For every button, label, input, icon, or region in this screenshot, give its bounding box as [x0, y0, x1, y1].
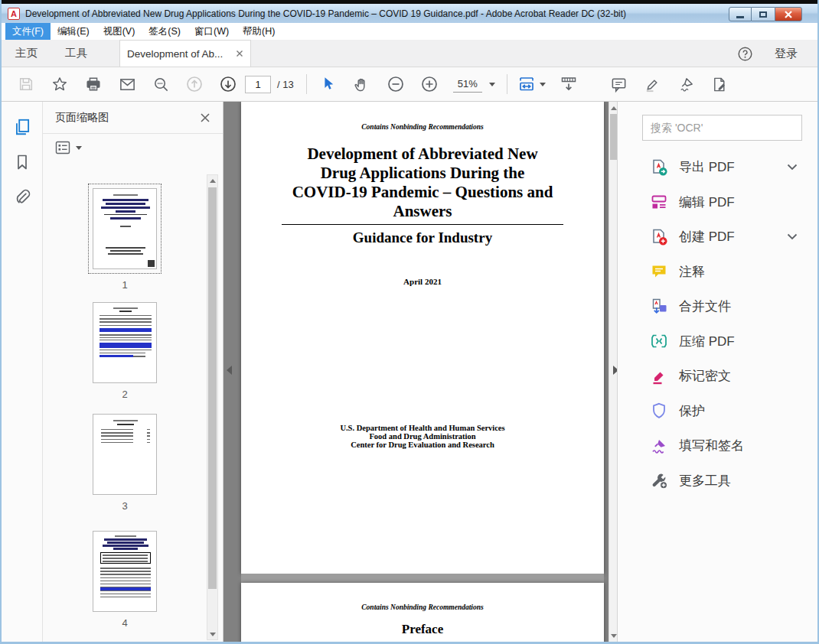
email-button[interactable]	[110, 71, 144, 97]
tool-redact[interactable]: 标记密文	[618, 359, 817, 394]
tool-combine-files[interactable]: 合并文件	[618, 289, 817, 324]
menu-edit[interactable]: 编辑(E)	[51, 23, 96, 40]
search-button[interactable]	[144, 71, 178, 97]
tab-close-icon[interactable]	[236, 50, 243, 57]
tool-more-tools[interactable]: 更多工具	[618, 463, 817, 499]
zoom-out-button[interactable]	[379, 71, 413, 97]
tool-export-pdf[interactable]: 导出 PDF	[618, 150, 817, 185]
thumbnail-preview-4[interactable]	[93, 531, 157, 612]
chevron-down-icon[interactable]	[787, 164, 798, 171]
menu-bar: 文件(F) 编辑(E) 视图(V) 签名(S) 窗口(W) 帮助(H)	[2, 23, 817, 40]
chevron-down-icon	[76, 146, 82, 150]
menu-sign[interactable]: 签名(S)	[142, 23, 188, 40]
thumbnails-options-button[interactable]	[43, 134, 223, 161]
tab-bar: 主页 工具 Development of Ab... 登录	[2, 40, 817, 67]
fill-sign-toolbar-button[interactable]	[670, 71, 703, 97]
zoom-in-button[interactable]	[413, 71, 446, 97]
scroll-down-arrow[interactable]	[207, 629, 217, 639]
thumbnails-panel-title: 页面缩略图	[55, 111, 200, 125]
tool-edit-pdf[interactable]: 编辑 PDF	[618, 185, 817, 220]
thumbnail-item-2[interactable]: 2	[43, 302, 207, 400]
page-separator	[241, 574, 604, 583]
panel-close-icon[interactable]	[200, 112, 210, 123]
maximize-icon	[759, 11, 767, 18]
close-button[interactable]	[775, 7, 802, 21]
comment-icon	[650, 262, 668, 281]
thumbnail-preview-2[interactable]	[93, 302, 157, 383]
tools-search-box[interactable]	[642, 115, 802, 141]
zoom-level-dropdown[interactable]: 51%	[446, 76, 502, 93]
collapse-left-panel-handle[interactable]	[225, 364, 233, 376]
previous-page-button[interactable]	[178, 71, 211, 97]
tools-search-input[interactable]	[651, 122, 794, 134]
next-page-button[interactable]	[211, 71, 245, 97]
page-number-input[interactable]	[245, 76, 271, 93]
favorites-button[interactable]	[43, 71, 77, 97]
thumbnail-label: 4	[122, 617, 127, 629]
help-icon[interactable]	[737, 46, 753, 62]
menu-help[interactable]: 帮助(H)	[236, 23, 282, 40]
thumbnail-corner-marker	[148, 260, 155, 267]
menu-file[interactable]: 文件(F)	[5, 23, 51, 40]
tool-fill-sign[interactable]: 填写和签名	[618, 428, 817, 463]
page-display-button[interactable]	[552, 71, 586, 97]
document-view[interactable]: Contains Nonbinding Recommendations Deve…	[224, 102, 618, 642]
chevron-down-icon[interactable]	[787, 233, 798, 240]
document-page-2[interactable]: Contains Nonbinding Recommendations Pref…	[241, 583, 604, 642]
tool-comment[interactable]: 注释	[618, 255, 817, 290]
login-button[interactable]: 登录	[775, 47, 798, 61]
fill-sign-icon	[650, 437, 668, 455]
window-title: Development of Abbreviated New Drug Appl…	[25, 8, 626, 19]
page2-heading: Preface	[241, 622, 604, 637]
tools-list: 导出 PDF 编辑 PDF	[618, 150, 817, 498]
tab-tools[interactable]: 工具	[51, 40, 101, 67]
save-icon	[18, 76, 34, 93]
bookmarks-pane-button[interactable]	[2, 145, 43, 180]
print-button[interactable]	[77, 71, 110, 97]
menu-view[interactable]: 视图(V)	[96, 23, 142, 40]
tab-document[interactable]: Development of Ab...	[119, 40, 251, 67]
select-tool-button[interactable]	[312, 71, 345, 97]
highlight-button[interactable]	[636, 71, 670, 97]
tool-create-pdf[interactable]: 创建 PDF	[618, 220, 817, 255]
thumbnail-preview-3[interactable]	[93, 414, 157, 495]
thumbnail-item-3[interactable]: 3	[43, 414, 207, 512]
thumbnail-label: 3	[122, 500, 127, 512]
page2-disclaimer: Contains Nonbinding Recommendations	[241, 603, 604, 611]
thumbnail-label: 1	[122, 279, 127, 291]
edit-pdf-toolbar-button[interactable]	[703, 71, 737, 97]
tools-panel: 导出 PDF 编辑 PDF	[617, 102, 817, 642]
scroll-up-arrow[interactable]	[207, 175, 217, 186]
protect-icon	[650, 402, 668, 420]
thumbnails-scrollbar[interactable]	[207, 174, 218, 640]
thumbnails-panel-header: 页面缩略图	[43, 102, 223, 134]
thumbnail-item-4[interactable]: 4	[43, 531, 207, 629]
fit-width-button[interactable]	[512, 71, 552, 97]
tool-compress-pdf[interactable]: 压缩 PDF	[618, 324, 817, 359]
plus-circle-icon	[420, 75, 439, 93]
minimize-button[interactable]	[729, 7, 752, 21]
arrow-down-circle-icon	[219, 75, 237, 93]
more-tools-icon	[650, 471, 668, 490]
main-toolbar: / 13 51%	[2, 67, 817, 102]
attachments-pane-button[interactable]	[2, 180, 43, 215]
thumbnail-preview-1[interactable]	[93, 188, 157, 269]
minimize-icon	[736, 16, 744, 18]
page-thumbnails-pane-button[interactable]	[2, 109, 43, 145]
save-button[interactable]	[9, 71, 43, 97]
comment-button[interactable]	[602, 71, 636, 97]
hand-tool-button[interactable]	[345, 71, 379, 97]
title-rule	[282, 224, 563, 225]
document-page-1[interactable]: Contains Nonbinding Recommendations Deve…	[241, 102, 604, 574]
page-thumbnails-icon	[12, 117, 32, 137]
thumbnail-item-1[interactable]: 1	[43, 184, 207, 291]
navigation-pane-strip	[2, 102, 43, 642]
scrollbar-thumb[interactable]	[208, 187, 217, 589]
menu-window[interactable]: 窗口(W)	[188, 23, 236, 40]
tool-protect[interactable]: 保护	[618, 394, 817, 429]
tab-home[interactable]: 主页	[2, 40, 51, 67]
maximize-button[interactable]	[752, 7, 775, 21]
toolbar-separator	[507, 74, 507, 94]
highlighter-icon	[644, 76, 661, 93]
hand-icon	[353, 76, 370, 93]
